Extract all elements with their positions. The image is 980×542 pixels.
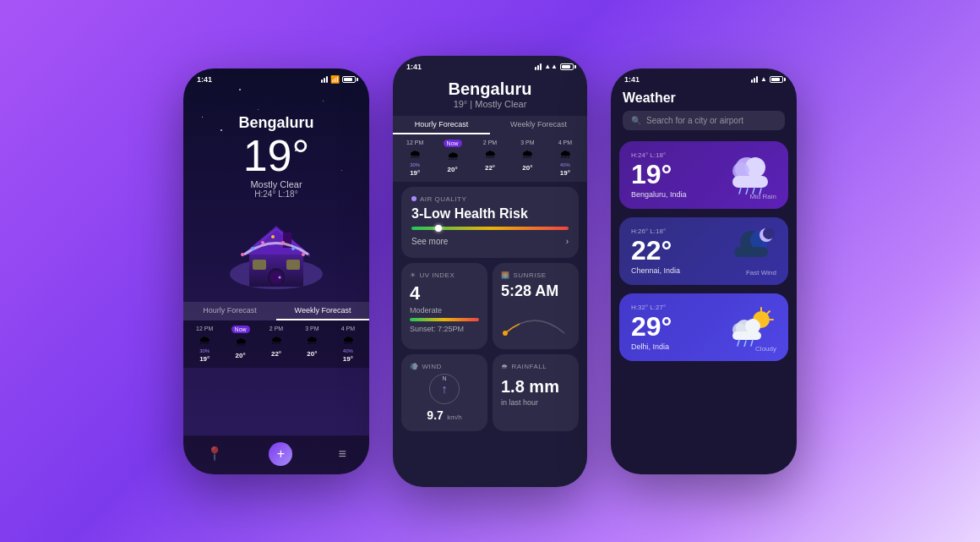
location: Bengaluru, India: [631, 190, 687, 199]
search-icon: 🔍: [631, 116, 641, 125]
battery-icon: [342, 76, 356, 83]
air-quality-value: 3-Low Health Risk: [411, 206, 569, 222]
svg-rect-12: [286, 260, 300, 270]
hi-lo: H:24° L:18°: [631, 151, 687, 159]
hour-item: 2 PM 🌧 22°: [259, 326, 294, 363]
hour-label: 3 PM: [305, 326, 318, 331]
svg-point-18: [281, 241, 285, 244]
air-quality-bar: [411, 227, 569, 230]
search-bar[interactable]: 🔍 Search for a city or airport: [623, 111, 785, 130]
temp: 22°: [631, 235, 680, 266]
city-card-chennai[interactable]: H:26° L:18° 22° Chennai, India Fast Wind: [619, 217, 788, 285]
uv-sub: Moderate: [410, 306, 479, 315]
uv-card: ☀ UV INDEX 4 Moderate Sunset: 7:25PM: [401, 263, 487, 350]
svg-point-17: [271, 235, 275, 238]
tab-hourly[interactable]: Hourly Forecast: [183, 302, 276, 320]
wifi-icon: ▲▲: [544, 63, 558, 70]
air-quality-card: AIR QUALITY 3-Low Health Risk See more ›: [401, 187, 579, 258]
phone1-content: Bengaluru 19° Mostly Clear H:24° L:18°: [183, 68, 369, 474]
wifi-icon: 📶: [330, 75, 340, 84]
air-quality-indicator: [435, 225, 442, 232]
sunset: Sunset: 7:25PM: [410, 325, 479, 333]
city-card-delhi[interactable]: H:32° L:27° 29° Delhi, India: [619, 293, 788, 361]
city-name: Bengaluru: [406, 79, 574, 99]
svg-rect-42: [732, 331, 761, 340]
wind-unit: km/h: [447, 413, 461, 421]
sunrise-icon: 🌅: [501, 271, 510, 279]
city-card-bengaluru[interactable]: H:24° L:18° 19° Bengaluru, India Mid Rai…: [619, 141, 788, 209]
tab-weekly[interactable]: Weekly Forecast: [490, 116, 587, 134]
add-button[interactable]: +: [269, 442, 292, 466]
rainfall-title: 🌧 RAINFALL: [501, 363, 570, 370]
hourly-scroll: 12 PM 🌧 30% 19° Now 🌧 20° 2 PM 🌧 22°: [183, 320, 369, 368]
hour-label: 2 PM: [270, 326, 283, 331]
city-card-icon: [726, 152, 776, 198]
condition: Fast Wind: [746, 269, 776, 276]
hour-item: 4 PM 🌧 40% 19°: [330, 326, 366, 363]
status-bar: 1:41 ▲: [611, 68, 797, 87]
forecast-tabs[interactable]: Hourly Forecast Weekly Forecast: [183, 302, 369, 320]
hour-item: 12 PM 🌧 30% 19°: [396, 140, 433, 177]
time: 1:41: [406, 63, 422, 71]
city-sub: 19° | Mostly Clear: [406, 99, 574, 109]
wind-speed: 9.7: [427, 408, 443, 422]
condition: Mostly Clear: [250, 179, 302, 189]
battery-icon: [770, 76, 783, 83]
hour-item: 3 PM 🌧 20°: [294, 326, 329, 363]
condition: Mid Rain: [749, 193, 776, 200]
hour-rain: 40%: [343, 348, 353, 353]
city-card-left: H:26° L:18° 22° Chennai, India: [631, 227, 680, 275]
condition: Cloudy: [755, 345, 776, 353]
wind-icon: 💨: [410, 363, 419, 370]
wind-cloud-icon: [726, 228, 776, 271]
see-more[interactable]: See more ›: [411, 233, 569, 249]
uv-bar: [410, 318, 479, 321]
hour-item-now: Now 🌧 20°: [433, 140, 471, 177]
city-name: Bengaluru: [238, 114, 313, 132]
hour-label: 4 PM: [341, 326, 355, 331]
hour-item: 4 PM 🌧 40% 19°: [547, 140, 584, 177]
tab-weekly[interactable]: Weekly Forecast: [276, 302, 369, 320]
forecast-tabs[interactable]: Hourly Forecast Weekly Forecast: [393, 116, 587, 134]
svg-point-20: [302, 253, 305, 256]
phone2: 1:41 ▲▲ Bengaluru 19° | Mostly Clear Hou…: [393, 56, 587, 487]
location: Chennai, India: [631, 266, 680, 275]
svg-line-37: [767, 311, 770, 314]
temp: 29°: [631, 311, 672, 342]
two-col-row: ☀ UV INDEX 4 Moderate Sunset: 7:25PM 🌅 S…: [401, 263, 579, 350]
page-title: Weather: [623, 90, 785, 106]
temp: 19°: [631, 159, 687, 190]
phone1: 1:41 📶 Bengaluru 19° Mostly Clear H:24° …: [183, 68, 369, 474]
rainfall-value: 1.8 mm: [501, 377, 570, 397]
svg-line-26: [739, 188, 741, 194]
list-icon[interactable]: ≡: [339, 446, 346, 462]
hour-label: Now: [235, 326, 247, 332]
rain-icon: 🌧: [501, 363, 509, 370]
location-icon[interactable]: 📍: [206, 446, 223, 462]
tab-hourly[interactable]: Hourly Forecast: [393, 116, 490, 134]
svg-point-16: [261, 241, 264, 244]
status-icons: ▲: [751, 75, 783, 83]
svg-point-8: [279, 276, 281, 278]
rainfall-sub: in last hour: [501, 398, 570, 407]
hour-icon: 🌧: [270, 333, 282, 347]
hour-icon: 🌧: [235, 335, 247, 348]
status-icons: 📶: [321, 75, 356, 84]
sunrise-value: 5:28 AM: [501, 282, 570, 301]
wind-compass: N ↑: [429, 374, 460, 404]
signal-icon: [321, 76, 328, 83]
hi-lo: H:24° L:18°: [254, 189, 297, 199]
battery-icon: [560, 63, 574, 70]
bottom-nav: 📍 + ≡: [183, 435, 369, 474]
svg-line-27: [746, 189, 748, 194]
chevron-right-icon: ›: [566, 237, 569, 246]
svg-point-15: [251, 247, 254, 250]
hi-lo: H:32° L:27°: [631, 304, 672, 311]
svg-line-44: [744, 341, 746, 347]
city-card-left: H:32° L:27° 29° Delhi, India: [631, 304, 672, 351]
location: Delhi, India: [631, 342, 672, 351]
uv-value: 4: [410, 282, 479, 304]
time: 1:41: [624, 75, 640, 84]
hour-icon: 🌧: [342, 333, 354, 347]
svg-rect-32: [734, 247, 768, 257]
